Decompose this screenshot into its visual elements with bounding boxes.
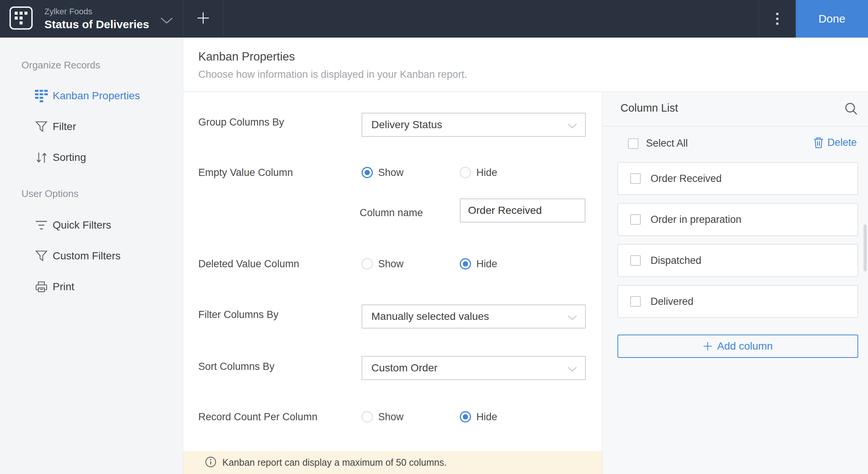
column-list-header: Column List <box>602 92 868 127</box>
chevron-down-icon <box>568 123 577 130</box>
record-count-show-radio[interactable]: Show <box>362 411 460 423</box>
filter-columns-by-value: Manually selected values <box>371 310 489 323</box>
group-columns-by-label: Group Columns By <box>198 116 284 128</box>
radio-selected-icon <box>362 167 373 178</box>
column-card[interactable]: Order Received <box>617 162 858 195</box>
kanban-icon <box>33 90 50 102</box>
delete-columns-button[interactable]: Delete <box>813 137 857 148</box>
sidebar-item-label: Print <box>53 281 74 293</box>
filter-columns-by-select[interactable]: Manually selected values <box>362 304 586 329</box>
kanban-properties-form: Group Columns By Delivery Status Empty V… <box>183 92 602 474</box>
delete-label: Delete <box>827 137 857 148</box>
printer-icon <box>33 281 50 293</box>
notice-text: Kanban report can display a maximum of 5… <box>222 457 447 468</box>
deleted-value-column-radio-group: Show Hide <box>362 258 497 270</box>
column-checkbox[interactable] <box>630 255 641 266</box>
settings-sidebar: Organize Records Kanban Properties Fi <box>0 38 183 474</box>
more-options-button[interactable] <box>759 0 796 38</box>
add-column-button[interactable]: Add column <box>617 335 858 358</box>
search-icon[interactable] <box>844 102 858 117</box>
top-bar: Zylker Foods Status of Deliveries Done <box>0 0 868 38</box>
apps-grid-icon[interactable] <box>9 6 33 32</box>
empty-value-hide-radio[interactable]: Hide <box>460 167 497 179</box>
empty-value-column-label: Empty Value Column <box>198 167 293 179</box>
column-name-label: Column name <box>360 207 423 219</box>
sidebar-section-user-options: User Options <box>21 188 183 199</box>
top-bar-spacer <box>223 0 759 38</box>
funnel-icon <box>33 121 50 132</box>
add-report-tab-button[interactable] <box>183 0 223 38</box>
chevron-down-icon <box>568 366 577 373</box>
sidebar-item-filter[interactable]: Filter <box>0 111 183 142</box>
column-card[interactable]: Order in preparation <box>617 203 858 236</box>
column-list-panel: Column List Select All Delete Order Rece… <box>602 92 868 474</box>
column-checkbox[interactable] <box>630 214 641 225</box>
record-count-radio-group: Show Hide <box>362 411 497 423</box>
kebab-menu-icon <box>776 10 778 27</box>
page-header: Kanban Properties Choose how information… <box>183 38 868 92</box>
sort-columns-by-select[interactable]: Custom Order <box>362 356 586 380</box>
sidebar-section-organize-records: Organize Records <box>21 59 183 71</box>
sort-columns-by-value: Custom Order <box>371 362 438 374</box>
trash-icon <box>813 137 824 148</box>
sidebar-item-kanban-properties[interactable]: Kanban Properties <box>0 80 183 111</box>
radio-unselected-icon <box>362 411 373 423</box>
sidebar-item-sorting[interactable]: Sorting <box>0 142 183 173</box>
add-column-label: Add column <box>717 340 773 352</box>
sidebar-item-label: Filter <box>53 121 76 133</box>
deleted-value-hide-radio[interactable]: Hide <box>460 258 497 270</box>
filter-columns-by-label: Filter Columns By <box>198 309 278 321</box>
deleted-value-column-label: Deleted Value Column <box>198 258 299 270</box>
info-icon <box>205 456 216 469</box>
report-title: Status of Deliveries <box>44 18 158 31</box>
sort-columns-by-label: Sort Columns By <box>198 360 275 373</box>
plus-icon <box>703 341 713 351</box>
sidebar-item-label: Kanban Properties <box>53 90 140 102</box>
column-card[interactable]: Dispatched <box>617 244 858 277</box>
column-card-label: Delivered <box>651 296 693 307</box>
record-count-hide-radio[interactable]: Hide <box>460 411 497 423</box>
done-button[interactable]: Done <box>796 0 868 38</box>
sidebar-item-label: Sorting <box>53 151 86 164</box>
sidebar-item-print[interactable]: Print <box>0 271 183 302</box>
radio-unselected-icon <box>362 258 373 270</box>
sidebar-item-quick-filters[interactable]: Quick Filters <box>0 210 183 241</box>
sidebar-item-custom-filters[interactable]: Custom Filters <box>0 241 183 271</box>
column-card-label: Dispatched <box>651 255 701 267</box>
column-card-label: Order in preparation <box>651 214 742 226</box>
group-columns-by-select[interactable]: Delivery Status <box>362 113 586 137</box>
column-card-label: Order Received <box>651 173 722 185</box>
report-titles: Zylker Foods Status of Deliveries <box>44 7 158 31</box>
max-columns-notice: Kanban report can display a maximum of 5… <box>183 451 602 474</box>
empty-value-column-radio-group: Show Hide <box>362 167 497 179</box>
app-name: Zylker Foods <box>44 7 158 17</box>
sidebar-item-label: Custom Filters <box>53 250 120 262</box>
empty-value-show-radio[interactable]: Show <box>362 167 460 179</box>
select-all-label: Select All <box>646 138 688 149</box>
select-all-checkbox[interactable] <box>628 138 638 149</box>
page-title: Kanban Properties <box>198 50 868 64</box>
panel-scrollbar-thumb[interactable] <box>863 224 867 271</box>
sort-arrows-icon <box>33 151 50 164</box>
column-name-input[interactable] <box>460 198 585 223</box>
column-checkbox[interactable] <box>630 173 641 184</box>
record-count-per-column-label: Record Count Per Column <box>198 411 318 423</box>
column-card[interactable]: Delivered <box>617 285 858 318</box>
chevron-down-icon[interactable] <box>160 17 173 26</box>
radio-selected-icon <box>460 411 471 423</box>
column-checkbox[interactable] <box>630 296 641 307</box>
page-subtitle: Choose how information is displayed in y… <box>198 68 868 80</box>
report-switcher[interactable]: Zylker Foods Status of Deliveries <box>0 0 183 38</box>
deleted-value-show-radio[interactable]: Show <box>362 258 460 270</box>
plus-icon <box>196 11 210 27</box>
radio-selected-icon <box>460 258 471 270</box>
radio-unselected-icon <box>460 167 471 178</box>
group-columns-by-value: Delivery Status <box>371 119 442 131</box>
quick-filter-lines-icon <box>33 220 50 230</box>
column-list-title: Column List <box>620 102 678 114</box>
sidebar-item-label: Quick Filters <box>53 219 111 231</box>
funnel-icon <box>33 250 50 262</box>
chevron-down-icon <box>568 315 577 322</box>
kanban-properties-page: Zylker Foods Status of Deliveries Done O… <box>0 0 868 474</box>
